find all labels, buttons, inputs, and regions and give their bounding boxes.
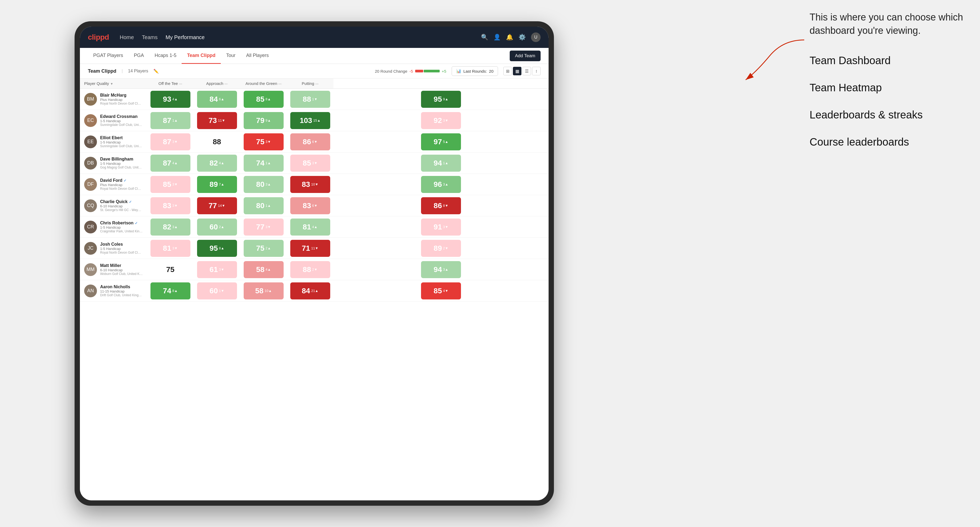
table-row[interactable]: EC Edward Crossman 1-5 Handicap Sunningd… xyxy=(80,110,549,131)
metric-number: 96 xyxy=(434,180,442,189)
metric-number: 83 xyxy=(163,202,171,210)
sub-nav-hcaps[interactable]: Hcaps 1-5 xyxy=(149,48,181,64)
metric-number: 81 xyxy=(303,223,311,231)
metric-value: 77 3▼ xyxy=(243,219,284,236)
metric-value: 93 4▲ xyxy=(151,91,190,108)
player-avatar: JC xyxy=(84,242,97,255)
col-header-around-green[interactable]: Around the Green — xyxy=(240,78,287,89)
metric-number: 84 xyxy=(302,287,310,295)
user-icon[interactable]: 👤 xyxy=(493,34,501,41)
metric-cell-0-1: 84 6▲ xyxy=(194,89,240,110)
player-club: Gog Magog Golf Club, United Kingdom xyxy=(100,165,143,169)
player-name: Matt Miller xyxy=(100,263,143,268)
metric-change: 3▼ xyxy=(443,119,449,122)
table-row[interactable]: DF David Ford ✓ Plus Handicap Royal Nort… xyxy=(80,174,549,195)
metric-number: 75 xyxy=(256,138,264,146)
bell-icon[interactable]: 🔔 xyxy=(506,34,513,41)
player-info: DF David Ford ✓ Plus Handicap Royal Nort… xyxy=(84,178,143,191)
metric-value: 87 4▲ xyxy=(151,155,190,171)
metric-number: 88 xyxy=(213,138,221,146)
nav-link-my-performance[interactable]: My Performance xyxy=(165,34,205,40)
table-row[interactable]: EE Elliot Ebert 1-5 Handicap Sunningdale… xyxy=(80,131,549,152)
metric-number: 75 xyxy=(166,265,174,274)
metric-number: 80 xyxy=(256,202,264,210)
metric-cell-7-4: 89 2▼ xyxy=(333,238,549,259)
view-heatmap-button[interactable]: ▦ xyxy=(513,67,522,75)
user-avatar[interactable]: U xyxy=(531,32,541,42)
nav-link-home[interactable]: Home xyxy=(119,34,134,40)
player-cell-2: EE Elliot Ebert 1-5 Handicap Sunningdale… xyxy=(80,131,147,152)
player-club: Royal North Devon Golf Club, United King… xyxy=(100,187,143,190)
metric-cell-7-3: 71 11▼ xyxy=(287,238,333,259)
metric-number: 61 xyxy=(210,265,218,274)
metric-cell-5-1: 77 14▼ xyxy=(194,195,240,216)
sort-arrow-player: ▼ xyxy=(110,82,113,86)
metric-value: 74 1▲ xyxy=(243,155,284,171)
metric-number: 58 xyxy=(256,265,264,274)
metric-change: 4▲ xyxy=(312,225,317,229)
view-list-button[interactable]: ☰ xyxy=(522,67,531,75)
metric-value: 73 11▼ xyxy=(197,112,237,129)
table-row[interactable]: MM Matt Miller 6-10 Handicap Woburn Golf… xyxy=(80,259,549,280)
metric-cell-8-0: 75 xyxy=(147,259,194,280)
sub-nav-all-players[interactable]: All Players xyxy=(241,48,274,64)
metric-cell-6-1: 60 2▲ xyxy=(194,216,240,238)
player-cell-1: EC Edward Crossman 1-5 Handicap Sunningd… xyxy=(80,110,147,131)
metric-change: 1▼ xyxy=(312,97,317,101)
table-row[interactable]: CQ Charlie Quick ✓ 6-10 Handicap St. Geo… xyxy=(80,195,549,216)
sub-nav-team-clippd[interactable]: Team Clippd xyxy=(181,48,221,64)
player-details: Dave Billingham 1-5 Handicap Gog Magog G… xyxy=(100,157,143,169)
sub-nav-links: PGAT Players PGA Hcaps 1-5 Team Clippd T… xyxy=(88,48,510,63)
player-name: David Ford ✓ xyxy=(100,178,143,183)
metric-number: 81 xyxy=(163,244,171,252)
metric-change: 11▼ xyxy=(311,246,318,250)
metric-number: 94 xyxy=(434,265,442,274)
metric-value: 96 3▲ xyxy=(421,176,461,193)
col-header-putting[interactable]: Putting — xyxy=(287,78,333,89)
nav-link-teams[interactable]: Teams xyxy=(142,34,158,40)
sub-nav-pgat[interactable]: PGAT Players xyxy=(88,48,128,64)
view-grid-button[interactable]: ⊞ xyxy=(503,67,512,75)
metric-number: 82 xyxy=(163,223,171,231)
player-info: EC Edward Crossman 1-5 Handicap Sunningd… xyxy=(84,114,143,127)
table-row[interactable]: JC Josh Coles 1-5 Handicap Royal North D… xyxy=(80,238,549,259)
table-row[interactable]: BM Blair McHarg Plus Handicap Royal Nort… xyxy=(80,89,549,110)
metric-change: 4▲ xyxy=(172,97,178,101)
player-club: Sunningdale Golf Club, United Kingdom xyxy=(100,123,143,127)
metric-number: 87 xyxy=(163,159,171,167)
last-rounds-button[interactable]: 📊 Last Rounds: 20 xyxy=(452,66,498,76)
metric-number: 60 xyxy=(210,287,218,295)
search-icon[interactable]: 🔍 xyxy=(481,34,488,41)
metric-cell-4-3: 83 10▼ xyxy=(287,174,333,195)
table-row[interactable]: DB Dave Billingham 1-5 Handicap Gog Mago… xyxy=(80,152,549,174)
metric-cell-8-4: 94 3▲ xyxy=(333,259,549,280)
metric-value: 94 1▲ xyxy=(421,155,461,171)
settings-icon[interactable]: ⚙️ xyxy=(519,34,526,41)
table-row[interactable]: CR Chris Robertson ✓ 1-5 Handicap Craigm… xyxy=(80,216,549,238)
col-header-player[interactable]: Player Quality ▼ xyxy=(80,78,147,89)
player-name: Blair McHarg xyxy=(100,93,143,98)
metric-number: 71 xyxy=(302,244,310,252)
table-row[interactable]: AN Aaron Nicholls 11-15 Handicap Drift G… xyxy=(80,280,549,302)
sub-nav-tour[interactable]: Tour xyxy=(221,48,241,64)
view-sort-button[interactable]: ↕ xyxy=(532,67,541,75)
player-handicap: Plus Handicap xyxy=(100,183,143,187)
metric-number: 88 xyxy=(303,95,311,103)
metric-cell-2-3: 86 6▼ xyxy=(287,131,333,152)
edit-icon[interactable]: ✏️ xyxy=(153,69,159,74)
add-team-button[interactable]: Add Team xyxy=(510,51,541,61)
table-icon: 📊 xyxy=(456,69,461,73)
player-club: Sunningdale Golf Club, United Kingdom xyxy=(100,144,143,148)
col-header-off-tee[interactable]: Off the Tee — xyxy=(147,78,194,89)
sub-nav-pga[interactable]: PGA xyxy=(128,48,149,64)
metric-number: 83 xyxy=(303,202,311,210)
metric-value: 95 9▲ xyxy=(421,91,461,108)
metric-change: 3▼ xyxy=(172,204,178,208)
metric-number: 82 xyxy=(210,159,218,167)
player-cell-8: MM Matt Miller 6-10 Handicap Woburn Golf… xyxy=(80,259,147,280)
player-info: DB Dave Billingham 1-5 Handicap Gog Mago… xyxy=(84,157,143,170)
metric-change: 1▲ xyxy=(172,119,178,122)
metric-change: 3▲ xyxy=(443,268,449,271)
metric-change: 10▼ xyxy=(311,182,318,186)
col-header-approach[interactable]: Approach — xyxy=(194,78,240,89)
